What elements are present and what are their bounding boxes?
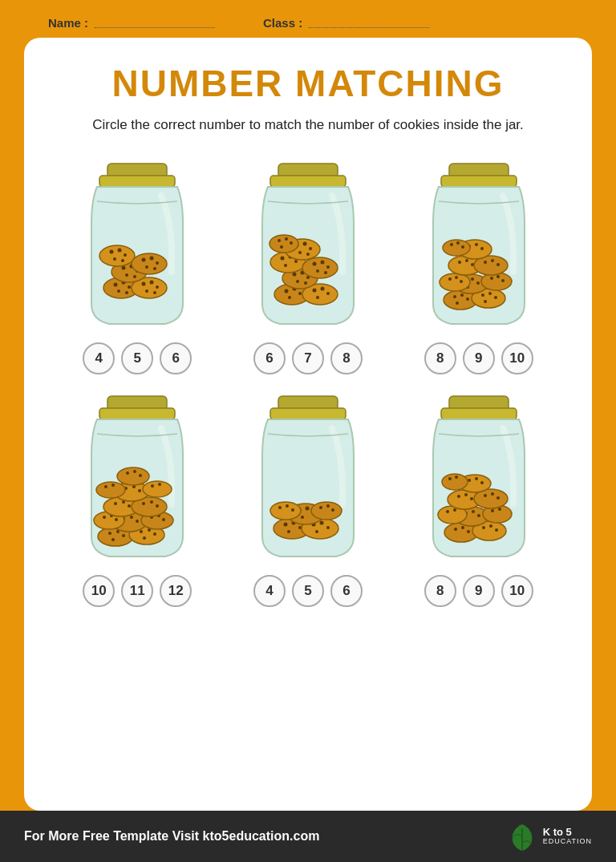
svg-point-111 xyxy=(456,241,460,245)
svg-point-28 xyxy=(150,257,154,261)
svg-point-21 xyxy=(110,250,114,254)
option-3-3[interactable]: 10 xyxy=(501,342,533,374)
option-3-1[interactable]: 8 xyxy=(424,342,456,374)
svg-point-170 xyxy=(315,530,318,533)
svg-point-90 xyxy=(448,277,452,281)
jar-image-3 xyxy=(407,158,551,334)
option-6-1[interactable]: 8 xyxy=(424,575,456,607)
svg-point-76 xyxy=(460,293,464,297)
number-options-3: 8 9 10 xyxy=(424,342,533,374)
svg-point-9 xyxy=(142,282,146,286)
number-options-2: 6 7 8 xyxy=(253,342,363,374)
option-2-2[interactable]: 7 xyxy=(292,342,324,374)
svg-point-138 xyxy=(114,502,117,505)
svg-point-112 xyxy=(461,245,464,249)
svg-point-210 xyxy=(491,492,494,496)
svg-point-6 xyxy=(117,289,120,293)
footer-logo: K to 5 EDUCATION xyxy=(506,820,592,852)
option-1-1[interactable]: 4 xyxy=(83,342,115,374)
number-options-5: 4 5 6 xyxy=(253,575,363,607)
option-5-1[interactable]: 4 xyxy=(253,575,286,607)
svg-point-116 xyxy=(108,532,111,535)
option-5-2[interactable]: 5 xyxy=(292,575,324,607)
svg-point-110 xyxy=(450,243,453,246)
svg-point-158 xyxy=(139,474,142,477)
svg-point-197 xyxy=(477,514,480,517)
svg-point-83 xyxy=(484,300,487,303)
option-5-3[interactable]: 6 xyxy=(330,575,363,607)
svg-point-43 xyxy=(316,296,319,299)
logo-text-group: K to 5 EDUCATION xyxy=(543,827,592,846)
svg-point-149 xyxy=(96,482,125,498)
option-2-3[interactable]: 8 xyxy=(330,342,363,374)
jar-item-2: 6 7 8 xyxy=(227,158,390,374)
svg-point-91 xyxy=(455,276,458,279)
svg-point-49 xyxy=(304,281,307,285)
svg-point-156 xyxy=(126,471,129,475)
svg-point-183 xyxy=(331,508,334,512)
svg-point-181 xyxy=(319,506,322,509)
svg-point-19 xyxy=(133,275,136,278)
svg-rect-114 xyxy=(99,408,175,419)
option-3-2[interactable]: 9 xyxy=(463,342,495,374)
svg-point-214 xyxy=(475,477,478,480)
svg-point-80 xyxy=(481,293,484,297)
svg-point-70 xyxy=(290,241,293,245)
svg-point-177 xyxy=(278,506,282,509)
svg-point-205 xyxy=(457,495,460,498)
name-field: Name : xyxy=(48,16,215,30)
svg-point-176 xyxy=(270,502,301,520)
svg-rect-185 xyxy=(441,408,517,419)
jar-item-3: 8 9 10 xyxy=(397,158,560,374)
svg-point-13 xyxy=(153,291,156,294)
svg-point-143 xyxy=(150,500,153,504)
option-1-2[interactable]: 5 xyxy=(121,342,153,374)
svg-point-121 xyxy=(140,530,143,533)
number-options-6: 8 9 10 xyxy=(424,575,533,607)
svg-point-162 xyxy=(283,523,287,527)
option-4-1[interactable]: 10 xyxy=(83,575,115,607)
svg-point-55 xyxy=(302,257,338,278)
name-line xyxy=(95,18,215,28)
svg-point-26 xyxy=(132,253,167,274)
svg-point-179 xyxy=(291,508,294,512)
svg-point-71 xyxy=(280,245,283,249)
svg-point-60 xyxy=(324,271,327,274)
footer-bar: For More Free Template Visit kto5educati… xyxy=(0,811,616,862)
svg-point-64 xyxy=(309,247,312,250)
option-2-1[interactable]: 6 xyxy=(253,342,286,374)
svg-point-63 xyxy=(302,242,306,246)
svg-point-87 xyxy=(476,281,480,285)
jar-image-2 xyxy=(236,158,380,334)
svg-point-216 xyxy=(442,474,468,490)
jar-image-5 xyxy=(236,391,380,567)
svg-point-81 xyxy=(488,292,492,295)
option-1-3[interactable]: 6 xyxy=(160,342,192,374)
svg-point-192 xyxy=(489,524,492,528)
svg-point-18 xyxy=(125,273,128,277)
page-title: NUMBER MATCHING xyxy=(111,62,504,105)
svg-point-151 xyxy=(111,484,115,487)
option-4-3[interactable]: 12 xyxy=(160,575,192,607)
svg-point-108 xyxy=(480,247,484,250)
option-6-2[interactable]: 9 xyxy=(463,575,495,607)
option-6-3[interactable]: 10 xyxy=(501,575,533,607)
svg-point-180 xyxy=(311,502,342,520)
svg-rect-1 xyxy=(99,176,175,187)
logo-k5: K to 5 xyxy=(543,827,572,838)
svg-point-154 xyxy=(158,483,161,486)
svg-point-136 xyxy=(162,518,165,521)
option-4-2[interactable]: 11 xyxy=(121,575,153,607)
svg-point-42 xyxy=(326,292,330,295)
svg-point-20 xyxy=(99,245,135,266)
svg-point-199 xyxy=(446,510,449,513)
svg-point-58 xyxy=(326,265,330,269)
svg-point-59 xyxy=(316,269,319,273)
jar-item-1: 4 5 6 xyxy=(56,158,219,374)
jar-image-1 xyxy=(65,158,209,334)
svg-point-57 xyxy=(320,261,324,265)
svg-point-196 xyxy=(472,510,475,513)
svg-point-98 xyxy=(458,261,461,264)
svg-point-51 xyxy=(280,257,284,261)
svg-point-99 xyxy=(465,259,468,262)
